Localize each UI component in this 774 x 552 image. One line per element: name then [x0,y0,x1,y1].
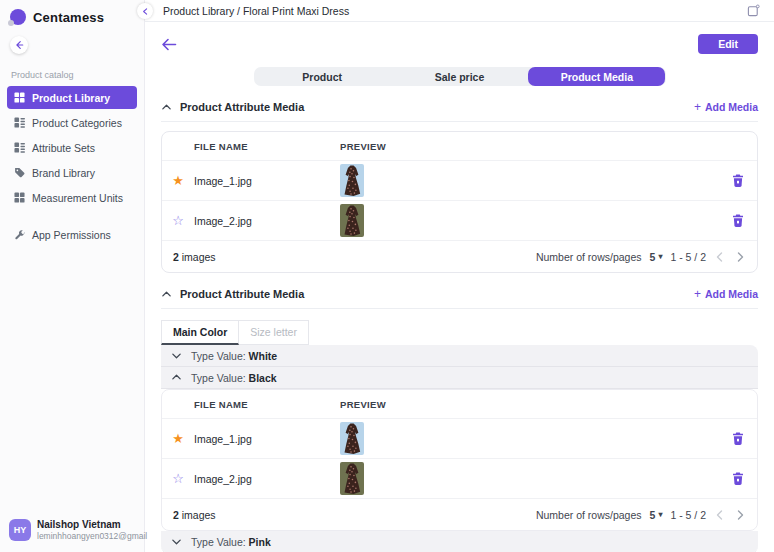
column-preview: PREVIEW [340,399,719,410]
chevron-right-icon [734,251,746,263]
dress-image [340,164,364,197]
dress-image [340,462,364,495]
rows-per-page-select[interactable]: 5 ▾ [650,509,663,521]
sidebar-collapse-button[interactable] [10,36,28,54]
star-filled-icon[interactable]: ★ [172,432,184,445]
sidebar-item-measurement-units[interactable]: Measurement Units [7,186,137,209]
edit-button[interactable]: Edit [698,34,758,54]
sidebar-item-label: Product Categories [32,117,122,129]
star-outline-icon[interactable]: ☆ [172,472,184,485]
chevron-up-icon [161,102,172,113]
dress-image [340,204,364,237]
section-header-product-attribute-media-2: Product Attribute Media + Add Media [161,287,758,309]
arrow-left-icon [14,40,24,50]
file-name: Image_1.jpg [194,175,340,187]
add-media-button[interactable]: + Add Media [694,287,758,301]
sidebar-item-app-permissions[interactable]: App Permissions [7,223,137,246]
sidebar-item-label: Product Library [32,92,110,104]
trash-icon [732,174,744,187]
image-count-label: images [182,251,216,263]
tab-sale-price[interactable]: Sale price [391,67,528,86]
plus-icon: + [694,287,701,301]
delete-button[interactable] [732,432,744,445]
image-thumbnail[interactable] [340,462,364,495]
table-header-row: FILE NAME PREVIEW [162,132,757,161]
add-media-label: Add Media [705,101,758,113]
category-grid-icon [14,117,25,128]
column-file-name: FILE NAME [194,141,340,152]
arrow-left-icon [161,38,177,51]
chevron-up-icon [171,372,182,383]
chevron-right-icon [734,509,746,521]
chevron-up-icon [161,289,172,300]
star-outline-icon[interactable]: ☆ [172,214,184,227]
trash-icon [732,214,744,227]
accordion-panel-black: FILE NAME PREVIEW ★ Image_1.jpg [161,389,758,531]
sidebar-item-brand-library[interactable]: Brand Library [7,161,137,184]
tab-product[interactable]: Product [254,67,391,86]
user-email: leminhhoangyen0312@gmail [37,531,147,542]
previous-page-button[interactable] [714,251,726,263]
delete-button[interactable] [732,214,744,227]
section-title: Product Attribute Media [180,288,304,300]
media-table-1: FILE NAME PREVIEW ★ Image_1.jpg ☆ [161,131,758,273]
subtab-main-color[interactable]: Main Color [161,320,239,345]
sidebar-item-product-library[interactable]: Product Library [7,86,137,109]
sidebar-item-label: Brand Library [32,167,95,179]
image-thumbnail[interactable] [340,204,364,237]
next-page-button[interactable] [734,509,746,521]
back-button[interactable] [161,38,177,51]
table-row: ★ Image_1.jpg [162,419,757,459]
app-window: Centamess Product catalog Product Librar… [0,0,774,552]
add-media-label: Add Media [705,288,758,300]
subtab-size-letter[interactable]: Size letter [239,320,309,345]
breadcrumb: Product Library / Floral Print Maxi Dres… [163,5,349,17]
sidebar-item-product-categories[interactable]: Product Categories [7,111,137,134]
caret-down-icon: ▾ [658,252,662,261]
caret-down-icon: ▾ [658,510,662,519]
table-row: ☆ Image_2.jpg [162,459,757,499]
image-thumbnail[interactable] [340,164,364,197]
accordion-row-black[interactable]: Type Value: Black [161,367,758,389]
avatar: HY [9,519,31,541]
sidebar-item-attribute-sets[interactable]: Attribute Sets [7,136,137,159]
user-account[interactable]: HY Nailshop Vietnam leminhhoangyen0312@g… [9,519,147,542]
sidebar-item-label: Measurement Units [32,192,123,204]
plus-icon: + [694,100,701,114]
attribute-grid-icon [14,142,25,153]
type-value-accordion: Type Value: White Type Value: Black FILE… [161,345,758,552]
open-window-icon[interactable] [747,4,760,17]
collapse-section-button[interactable] [161,102,172,113]
dress-image [340,422,364,455]
section-header-product-attribute-media-1: Product Attribute Media + Add Media [161,100,758,122]
accordion-row-pink[interactable]: Type Value: Pink [161,531,758,552]
delete-button[interactable] [732,472,744,485]
media-table-2: FILE NAME PREVIEW ★ Image_1.jpg [161,389,758,531]
table-row: ★ Image_1.jpg [162,161,757,201]
delete-button[interactable] [732,174,744,187]
page-range: 1 - 5 / 2 [670,251,706,263]
chevron-down-icon [171,350,182,361]
rows-per-page-select[interactable]: 5 ▾ [650,251,663,263]
panel-collapse-button[interactable] [137,3,153,19]
column-preview: PREVIEW [340,141,719,152]
main-area: Product Library / Floral Print Maxi Dres… [145,0,774,552]
tab-product-media[interactable]: Product Media [528,67,665,86]
add-media-button[interactable]: + Add Media [694,100,758,114]
top-bar: Product Library / Floral Print Maxi Dres… [145,0,774,22]
trash-icon [732,472,744,485]
previous-page-button[interactable] [714,509,726,521]
rows-per-page-label: Number of rows/pages [536,509,642,521]
chevron-down-icon [171,536,182,547]
accordion-row-white[interactable]: Type Value: White [161,345,758,367]
next-page-button[interactable] [734,251,746,263]
chevron-left-icon [714,251,726,263]
file-name: Image_1.jpg [194,433,340,445]
units-grid-icon [14,192,25,203]
image-count: 2 [173,251,179,263]
star-filled-icon[interactable]: ★ [172,174,184,187]
collapse-section-button[interactable] [161,289,172,300]
image-thumbnail[interactable] [340,422,364,455]
sidebar-item-label: Attribute Sets [32,142,95,154]
wrench-icon [14,229,25,240]
